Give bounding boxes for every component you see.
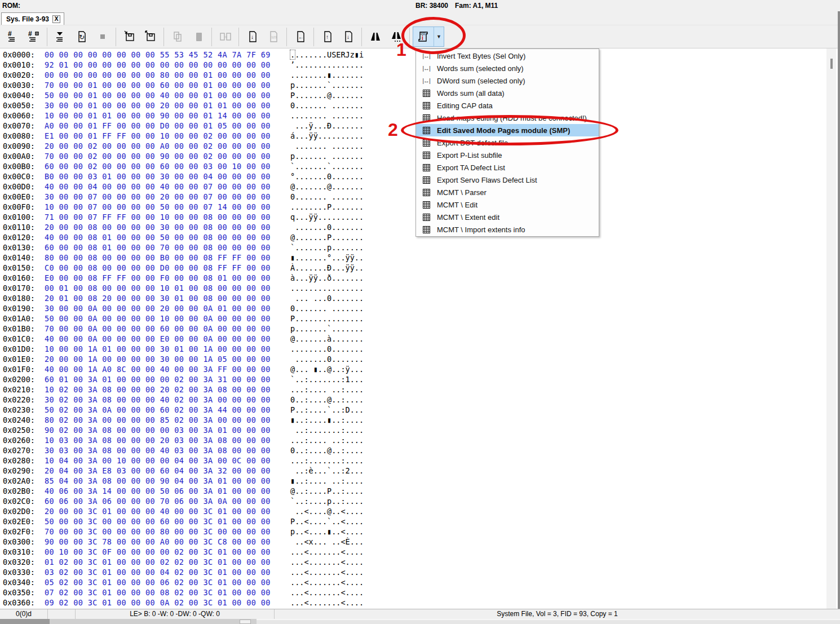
menu-item[interactable]: Head maps editing (HDD must be connected… <box>416 112 599 124</box>
hex-bytes[interactable]: 10 00 00 07 00 00 00 00 50 00 00 07 14 0… <box>45 202 284 212</box>
hex-bytes[interactable]: 50 00 00 0A 00 00 00 00 10 00 00 0A 00 0… <box>45 313 284 324</box>
hex-bytes[interactable]: E0 00 00 08 FF FF 00 00 F0 00 00 08 01 0… <box>45 273 284 283</box>
ascii-column[interactable]: ▮..:.... ..:.... <box>290 476 364 486</box>
ascii-column[interactable]: `..:....p..:.... <box>290 496 364 506</box>
hex-bytes[interactable]: 50 00 00 01 00 00 00 00 40 00 00 01 00 0… <box>45 90 284 100</box>
ascii-column[interactable]: ...:.... ..:.... <box>290 435 364 445</box>
ascii-column[interactable]: ........0....... <box>290 344 364 354</box>
menu-item[interactable]: |↔|Invert Text Bytes (Sel Only) <box>416 50 599 62</box>
hex-bytes[interactable]: 30 00 00 07 00 00 00 00 20 00 00 07 00 0… <box>45 192 284 202</box>
ascii-column[interactable]: @.......P....... <box>290 232 364 242</box>
hex-bytes[interactable]: 10 04 00 3A 00 10 00 00 00 04 00 3A 00 0… <box>45 455 284 466</box>
module-tools-button[interactable]: 0||0|i▼ <box>413 26 444 47</box>
ascii-column[interactable]: `.......`....... <box>290 161 364 171</box>
hex-row[interactable]: 0x0280:10 04 00 3A 00 10 00 00 00 04 00 … <box>0 455 840 466</box>
ascii-column[interactable]: P............... <box>290 313 364 324</box>
hex-bytes[interactable]: 60 01 00 3A 01 00 00 00 00 02 00 3A 31 0… <box>45 374 284 384</box>
hex-row[interactable]: 0x0180:20 01 00 08 20 00 00 00 30 01 00 … <box>0 293 840 303</box>
ascii-column[interactable]: á...ÿÿ.......... <box>290 131 364 141</box>
hex-row[interactable]: 0x0140:80 00 00 08 00 00 00 00 B0 00 00 … <box>0 253 840 263</box>
hex-bytes[interactable]: 40 00 00 04 00 00 00 00 40 00 00 07 00 0… <box>45 182 284 192</box>
ascii-column[interactable]: 0....... ....... <box>290 100 364 110</box>
ascii-column[interactable]: À.......Ð...ÿÿ.. <box>290 263 364 273</box>
ascii-column[interactable]: 0..:....@..:.... <box>290 395 364 405</box>
ascii-column[interactable]: @.......à....... <box>290 334 364 344</box>
hex-bytes[interactable]: 10 02 00 3A 08 00 00 00 20 02 00 3A 08 0… <box>45 384 284 395</box>
ascii-column[interactable]: ...:.... ..:.... <box>290 384 364 395</box>
ascii-column[interactable]: ...<.......<.... <box>290 547 364 557</box>
hex-row[interactable]: 0x0190:30 00 00 0A 00 00 00 00 20 00 00 … <box>0 303 840 313</box>
hex-bytes[interactable]: 71 00 00 07 FF FF 00 00 10 00 00 08 00 0… <box>45 212 284 222</box>
menu-item[interactable]: Export P-List subfile <box>416 149 599 161</box>
ascii-column[interactable]: ...<.......<.... <box>290 587 364 598</box>
ascii-column[interactable]: ▮..:....▮..:.... <box>290 415 364 425</box>
ascii-column[interactable]: `..:.......:1... <box>290 374 364 384</box>
hex-row[interactable]: 0x0320:01 02 00 3C 01 00 00 00 02 02 00 … <box>0 557 840 567</box>
hex-bytes[interactable]: 60 00 00 02 00 00 00 00 60 00 00 03 00 1… <box>45 161 284 171</box>
hex-bytes[interactable]: 01 02 00 3C 01 00 00 00 02 02 00 3C 01 0… <box>45 557 284 567</box>
menu-item[interactable]: Edit Saved Mode Pages module (SMP) <box>416 124 599 136</box>
hex-bytes[interactable]: 70 00 00 02 00 00 00 00 90 00 00 02 00 0… <box>45 151 284 161</box>
hex-row[interactable]: 0x0130:60 00 00 08 01 00 00 00 70 00 00 … <box>0 242 840 253</box>
ascii-column[interactable]: 0....... ....... <box>290 192 364 202</box>
ascii-column[interactable]: P..<....`..<.... <box>290 516 364 526</box>
hex-bytes[interactable]: 03 02 00 3C 01 00 00 00 04 02 00 3C 01 0… <box>45 567 284 577</box>
hex-row[interactable]: 0x02D0:20 00 00 3C 01 00 00 00 40 00 00 … <box>0 506 840 516</box>
hex-row[interactable]: 0x02E0:50 00 00 3C 00 00 00 00 60 00 00 … <box>0 516 840 526</box>
hex-row[interactable]: 0x0220:30 02 00 3A 08 00 00 00 40 02 00 … <box>0 395 840 405</box>
ascii-column[interactable]: 0....... ....... <box>290 303 364 313</box>
ascii-column[interactable]: `.......p....... <box>290 242 364 253</box>
page-export-icon[interactable]: ↓ <box>242 27 263 46</box>
vertical-scrollbar[interactable] <box>826 48 836 609</box>
hex-row[interactable]: 0x0230:50 02 00 3A 0A 00 00 00 60 02 00 … <box>0 405 840 415</box>
menu-item[interactable]: MCMT \ Import extents info <box>416 223 599 236</box>
hex-row[interactable]: 0x02B0:40 06 00 3A 14 00 00 00 50 06 00 … <box>0 486 840 496</box>
hex-row[interactable]: 0x0260:10 03 00 3A 08 00 00 00 20 03 00 … <box>0 435 840 445</box>
hex-bytes[interactable]: 85 04 00 3A 08 00 00 00 90 04 00 3A 01 0… <box>45 476 284 486</box>
hex-bytes[interactable]: B0 00 00 03 01 00 00 00 30 00 00 04 00 0… <box>45 171 284 182</box>
menu-item[interactable]: Editing CAP data <box>416 99 599 112</box>
ascii-column[interactable]: ....... ....... <box>290 141 364 151</box>
hex-bytes[interactable]: 20 01 00 08 20 00 00 00 30 01 00 08 00 0… <box>45 293 284 303</box>
hex-bytes[interactable]: 60 00 00 08 01 00 00 00 70 00 00 08 00 0… <box>45 242 284 253</box>
hex-bytes[interactable]: 60 06 00 3A 06 00 00 00 70 06 00 3A 0A 0… <box>45 496 284 506</box>
hex-bytes[interactable]: 10 03 00 3A 08 00 00 00 20 03 00 3A 08 0… <box>45 435 284 445</box>
hex-bytes[interactable]: 00 00 00 00 00 00 00 00 55 53 45 52 4A 7… <box>45 50 284 60</box>
hex-bytes[interactable]: 00 01 00 08 00 00 00 00 10 01 00 08 00 0… <box>45 283 284 293</box>
ascii-column[interactable]: ..:è...`..:2... <box>290 466 364 476</box>
hex-bytes[interactable]: 80 02 00 3A 00 00 00 00 85 02 00 3A 00 0… <box>45 415 284 425</box>
hex-bytes[interactable]: 30 00 00 01 00 00 00 00 20 00 00 01 01 0… <box>45 100 284 110</box>
hex-bytes[interactable]: 90 02 00 3A 08 00 00 00 00 03 00 3A 01 0… <box>45 425 284 435</box>
tab-sys-file[interactable]: Sys. File 3-93 X <box>1 12 64 25</box>
menu-item[interactable]: |↔|Words sum (selected only) <box>416 62 599 74</box>
hex-bytes[interactable]: 70 00 00 0A 00 00 00 00 60 00 00 0A 00 0… <box>45 324 284 334</box>
ascii-column[interactable]: ...<.......<.... <box>290 567 364 577</box>
scrollbar-thumb[interactable] <box>830 59 833 69</box>
hex-bytes[interactable]: C0 00 00 08 00 00 00 00 D0 00 00 08 FF F… <box>45 263 284 273</box>
dropdown-arrow-icon[interactable]: ▼ <box>434 27 444 46</box>
ascii-column[interactable]: 0..:....@..:.... <box>290 445 364 455</box>
hex-row[interactable]: 0x01B0:70 00 00 0A 00 00 00 00 60 00 00 … <box>0 324 840 334</box>
ascii-column[interactable]: .......0....... <box>290 222 364 232</box>
goto-start-icon[interactable]: ↑ <box>317 27 338 46</box>
hex-row[interactable]: 0x01D0:10 00 00 1A 01 00 00 00 30 01 00 … <box>0 344 840 354</box>
ascii-column[interactable]: ’............... <box>290 60 364 70</box>
tab-close-icon[interactable]: X <box>52 15 60 23</box>
hex-row[interactable]: 0x0360:09 02 00 3C 01 00 00 00 0A 02 00 … <box>0 598 840 608</box>
hex-bytes[interactable]: 20 00 00 08 00 00 00 00 30 00 00 08 00 0… <box>45 222 284 232</box>
hex-row[interactable]: 0x01F0:40 00 00 1A A0 8C 00 00 40 00 00 … <box>0 364 840 374</box>
script-info-icon[interactable]: 0||0|i <box>413 27 434 46</box>
hex-row[interactable]: 0x0210:10 02 00 3A 08 00 00 00 20 02 00 … <box>0 384 840 395</box>
menu-item[interactable]: MCMT \ Edit <box>416 198 599 211</box>
hex-bytes[interactable]: 20 00 00 1A 00 00 00 00 30 00 00 1A 05 0… <box>45 354 284 364</box>
menu-item[interactable]: |↔|DWord sum (selected only) <box>416 74 599 87</box>
find-icon[interactable] <box>365 27 386 46</box>
menu-item[interactable]: Words sum (all data) <box>416 87 599 99</box>
ascii-column[interactable]: °.......0....... <box>290 171 364 182</box>
hex-row[interactable]: 0x0170:00 01 00 08 00 00 00 00 10 01 00 … <box>0 283 840 293</box>
ascii-column[interactable]: ................ <box>290 283 364 293</box>
menu-item[interactable]: MCMT \ Parser <box>416 186 599 198</box>
ascii-column[interactable]: P..:....`..:D... <box>290 405 364 415</box>
hex-bytes[interactable]: E1 00 00 01 FF FF 00 00 10 00 00 02 00 0… <box>45 131 284 141</box>
ascii-column[interactable]: ...ÿ...Ð....... <box>290 121 364 131</box>
